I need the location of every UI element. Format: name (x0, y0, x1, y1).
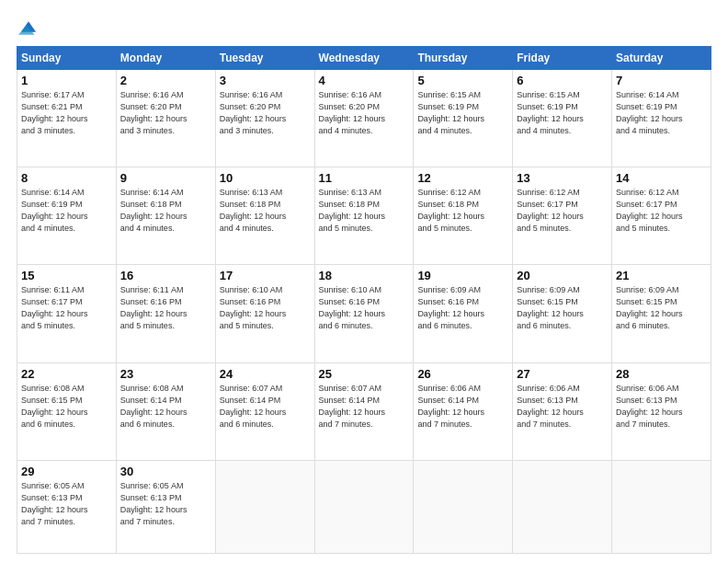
day-of-week-header: Monday (116, 47, 215, 70)
calendar-cell: 23Sunrise: 6:08 AM Sunset: 6:14 PM Dayli… (116, 362, 215, 460)
day-info: Sunrise: 6:14 AM Sunset: 6:19 PM Dayligh… (616, 89, 707, 137)
day-info: Sunrise: 6:06 AM Sunset: 6:13 PM Dayligh… (616, 383, 707, 431)
day-info: Sunrise: 6:09 AM Sunset: 6:15 PM Dayligh… (517, 284, 608, 332)
day-info: Sunrise: 6:15 AM Sunset: 6:19 PM Dayligh… (417, 89, 508, 137)
day-info: Sunrise: 6:16 AM Sunset: 6:20 PM Dayligh… (220, 89, 311, 137)
day-info: Sunrise: 6:16 AM Sunset: 6:20 PM Dayligh… (319, 89, 410, 137)
day-info: Sunrise: 6:08 AM Sunset: 6:14 PM Dayligh… (120, 383, 211, 431)
day-info: Sunrise: 6:09 AM Sunset: 6:16 PM Dayligh… (417, 284, 508, 332)
day-info: Sunrise: 6:12 AM Sunset: 6:18 PM Dayligh… (417, 187, 508, 235)
day-number: 6 (517, 74, 608, 87)
calendar-cell: 7Sunrise: 6:14 AM Sunset: 6:19 PM Daylig… (612, 70, 711, 167)
calendar-week-row: 1Sunrise: 6:17 AM Sunset: 6:21 PM Daylig… (17, 70, 711, 167)
day-of-week-header: Sunday (17, 47, 117, 70)
day-number: 29 (21, 465, 112, 478)
calendar-cell: 11Sunrise: 6:13 AM Sunset: 6:18 PM Dayli… (314, 167, 414, 265)
calendar-cell: 21Sunrise: 6:09 AM Sunset: 6:15 PM Dayli… (612, 265, 711, 362)
calendar-cell: 25Sunrise: 6:07 AM Sunset: 6:14 PM Dayli… (314, 362, 414, 460)
calendar: SundayMondayTuesdayWednesdayThursdayFrid… (17, 46, 711, 554)
day-number: 19 (417, 269, 508, 282)
day-info: Sunrise: 6:10 AM Sunset: 6:16 PM Dayligh… (319, 284, 410, 332)
logo (17, 17, 39, 37)
day-number: 27 (517, 367, 608, 381)
day-number: 28 (616, 367, 707, 381)
calendar-cell (314, 460, 414, 553)
day-info: Sunrise: 6:12 AM Sunset: 6:17 PM Dayligh… (616, 187, 707, 235)
day-info: Sunrise: 6:11 AM Sunset: 6:16 PM Dayligh… (120, 284, 211, 332)
calendar-header: SundayMondayTuesdayWednesdayThursdayFrid… (17, 47, 711, 70)
calendar-cell: 29Sunrise: 6:05 AM Sunset: 6:13 PM Dayli… (17, 460, 117, 553)
day-info: Sunrise: 6:13 AM Sunset: 6:18 PM Dayligh… (220, 187, 311, 235)
page: SundayMondayTuesdayWednesdayThursdayFrid… (0, 0, 728, 563)
calendar-week-row: 15Sunrise: 6:11 AM Sunset: 6:17 PM Dayli… (17, 265, 711, 362)
day-number: 22 (21, 367, 112, 381)
day-number: 7 (616, 74, 707, 87)
calendar-cell: 22Sunrise: 6:08 AM Sunset: 6:15 PM Dayli… (17, 362, 117, 460)
calendar-week-row: 22Sunrise: 6:08 AM Sunset: 6:15 PM Dayli… (17, 362, 711, 460)
day-of-week-header: Friday (513, 47, 612, 70)
day-number: 21 (616, 269, 707, 282)
calendar-cell: 15Sunrise: 6:11 AM Sunset: 6:17 PM Dayli… (17, 265, 117, 362)
calendar-cell: 30Sunrise: 6:05 AM Sunset: 6:13 PM Dayli… (116, 460, 215, 553)
day-info: Sunrise: 6:08 AM Sunset: 6:15 PM Dayligh… (21, 383, 112, 431)
day-info: Sunrise: 6:14 AM Sunset: 6:19 PM Dayligh… (21, 187, 112, 235)
day-number: 18 (319, 269, 410, 282)
day-number: 5 (417, 74, 508, 87)
calendar-cell: 13Sunrise: 6:12 AM Sunset: 6:17 PM Dayli… (513, 167, 612, 265)
day-number: 14 (616, 171, 707, 185)
calendar-cell: 14Sunrise: 6:12 AM Sunset: 6:17 PM Dayli… (612, 167, 711, 265)
day-number: 20 (517, 269, 608, 282)
calendar-cell (612, 460, 711, 553)
day-info: Sunrise: 6:12 AM Sunset: 6:17 PM Dayligh… (517, 187, 608, 235)
calendar-cell: 28Sunrise: 6:06 AM Sunset: 6:13 PM Dayli… (612, 362, 711, 460)
calendar-cell: 17Sunrise: 6:10 AM Sunset: 6:16 PM Dayli… (215, 265, 314, 362)
day-info: Sunrise: 6:09 AM Sunset: 6:15 PM Dayligh… (616, 284, 707, 332)
day-info: Sunrise: 6:05 AM Sunset: 6:13 PM Dayligh… (21, 480, 112, 528)
day-info: Sunrise: 6:06 AM Sunset: 6:13 PM Dayligh… (517, 383, 608, 431)
day-number: 2 (120, 74, 211, 87)
calendar-cell: 9Sunrise: 6:14 AM Sunset: 6:18 PM Daylig… (116, 167, 215, 265)
day-number: 12 (417, 171, 508, 185)
day-info: Sunrise: 6:15 AM Sunset: 6:19 PM Dayligh… (517, 89, 608, 137)
day-info: Sunrise: 6:13 AM Sunset: 6:18 PM Dayligh… (319, 187, 410, 235)
header (17, 17, 711, 37)
calendar-cell (414, 460, 513, 553)
day-number: 4 (319, 74, 410, 87)
day-number: 26 (417, 367, 508, 381)
day-of-week-header: Wednesday (314, 47, 414, 70)
calendar-body: 1Sunrise: 6:17 AM Sunset: 6:21 PM Daylig… (17, 70, 711, 554)
day-info: Sunrise: 6:07 AM Sunset: 6:14 PM Dayligh… (220, 383, 311, 431)
day-number: 16 (120, 269, 211, 282)
day-of-week-header: Tuesday (215, 47, 314, 70)
day-info: Sunrise: 6:17 AM Sunset: 6:21 PM Dayligh… (21, 89, 112, 137)
calendar-cell: 4Sunrise: 6:16 AM Sunset: 6:20 PM Daylig… (314, 70, 414, 167)
calendar-cell: 1Sunrise: 6:17 AM Sunset: 6:21 PM Daylig… (17, 70, 117, 167)
calendar-cell: 5Sunrise: 6:15 AM Sunset: 6:19 PM Daylig… (414, 70, 513, 167)
calendar-cell: 6Sunrise: 6:15 AM Sunset: 6:19 PM Daylig… (513, 70, 612, 167)
calendar-cell: 3Sunrise: 6:16 AM Sunset: 6:20 PM Daylig… (215, 70, 314, 167)
day-info: Sunrise: 6:06 AM Sunset: 6:14 PM Dayligh… (417, 383, 508, 431)
calendar-cell (513, 460, 612, 553)
day-number: 24 (220, 367, 311, 381)
day-of-week-header: Thursday (414, 47, 513, 70)
calendar-cell: 16Sunrise: 6:11 AM Sunset: 6:16 PM Dayli… (116, 265, 215, 362)
calendar-cell: 10Sunrise: 6:13 AM Sunset: 6:18 PM Dayli… (215, 167, 314, 265)
day-info: Sunrise: 6:14 AM Sunset: 6:18 PM Dayligh… (120, 187, 211, 235)
calendar-cell: 19Sunrise: 6:09 AM Sunset: 6:16 PM Dayli… (414, 265, 513, 362)
calendar-cell: 20Sunrise: 6:09 AM Sunset: 6:15 PM Dayli… (513, 265, 612, 362)
day-number: 8 (21, 171, 112, 185)
day-info: Sunrise: 6:16 AM Sunset: 6:20 PM Dayligh… (120, 89, 211, 137)
calendar-cell: 8Sunrise: 6:14 AM Sunset: 6:19 PM Daylig… (17, 167, 117, 265)
day-number: 17 (220, 269, 311, 282)
day-number: 1 (21, 74, 112, 87)
day-number: 11 (319, 171, 410, 185)
calendar-cell: 18Sunrise: 6:10 AM Sunset: 6:16 PM Dayli… (314, 265, 414, 362)
calendar-week-row: 29Sunrise: 6:05 AM Sunset: 6:13 PM Dayli… (17, 460, 711, 553)
day-number: 23 (120, 367, 211, 381)
calendar-cell: 24Sunrise: 6:07 AM Sunset: 6:14 PM Dayli… (215, 362, 314, 460)
day-number: 15 (21, 269, 112, 282)
day-of-week-header: Saturday (612, 47, 711, 70)
day-info: Sunrise: 6:10 AM Sunset: 6:16 PM Dayligh… (220, 284, 311, 332)
calendar-cell: 12Sunrise: 6:12 AM Sunset: 6:18 PM Dayli… (414, 167, 513, 265)
calendar-cell: 26Sunrise: 6:06 AM Sunset: 6:14 PM Dayli… (414, 362, 513, 460)
